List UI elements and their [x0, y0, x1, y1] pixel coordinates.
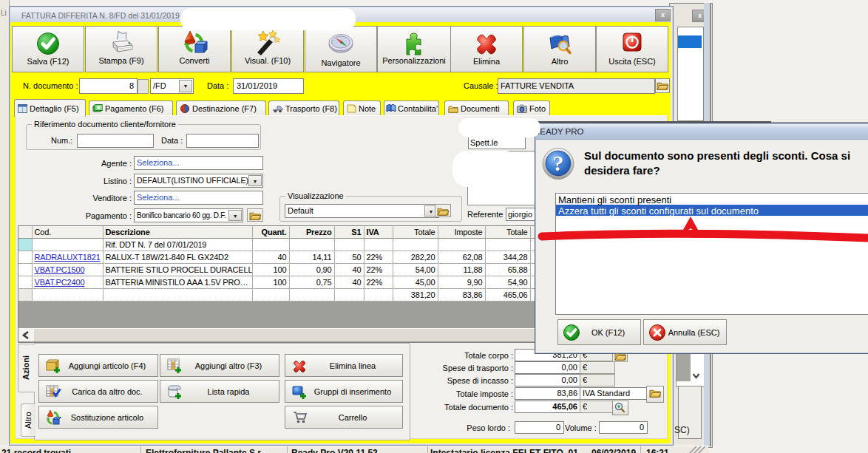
svg-text:?: ?	[553, 151, 564, 175]
